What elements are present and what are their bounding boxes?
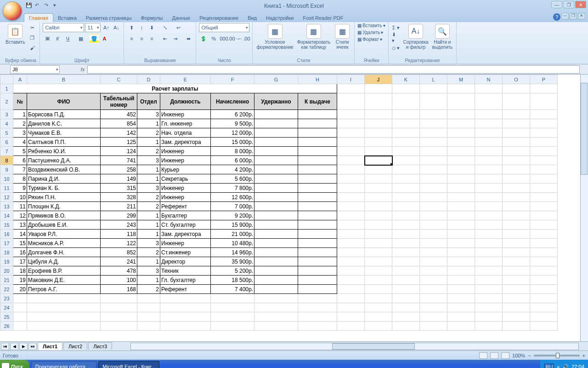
cell[interactable] [503, 147, 530, 156]
cell[interactable] [392, 119, 420, 128]
ribbon-tab[interactable]: Вид [243, 14, 261, 22]
cell[interactable] [475, 193, 503, 202]
sheet-nav-last[interactable]: ⏭ [28, 343, 37, 350]
cell[interactable] [160, 294, 211, 303]
insert-cells-button[interactable]: ▦ Вставить ▾ [357, 23, 385, 28]
tray-expand-icon[interactable]: « [557, 364, 560, 368]
cell[interactable]: 122 [101, 239, 137, 248]
cell[interactable] [503, 110, 530, 119]
increase-decimal-button[interactable]: .00→ [229, 34, 238, 43]
cell[interactable]: Чумаков Е.В. [27, 128, 101, 138]
cell[interactable] [27, 322, 101, 331]
italic-button[interactable]: К [53, 34, 62, 43]
mdi-minimize-button[interactable]: — [561, 13, 569, 19]
cell[interactable]: 6 200р. [211, 110, 254, 119]
cell[interactable] [475, 147, 503, 156]
cell[interactable] [420, 276, 447, 285]
cell[interactable]: 258 [101, 165, 137, 174]
cell[interactable] [254, 220, 298, 230]
row-header[interactable]: 12 [0, 193, 13, 202]
cell[interactable] [365, 202, 392, 211]
cell[interactable] [298, 147, 337, 156]
cell[interactable]: ФИО [27, 93, 101, 110]
cell[interactable]: Инженер [160, 239, 211, 248]
cell[interactable] [447, 276, 475, 285]
cell[interactable]: 125 [101, 138, 137, 147]
cell[interactable] [475, 322, 503, 331]
cell[interactable]: 15 900р. [211, 220, 254, 230]
cell[interactable] [392, 294, 420, 303]
wrap-text-button[interactable]: ↩ [174, 23, 183, 32]
cell[interactable] [447, 266, 475, 276]
cell[interactable]: Борисова П.Д. [27, 110, 101, 119]
row-header[interactable]: 4 [0, 119, 13, 128]
cell[interactable] [254, 248, 298, 257]
cell[interactable]: Зам. директора [160, 230, 211, 239]
cell[interactable]: Референт [160, 202, 211, 211]
cell[interactable] [337, 294, 365, 303]
row-header[interactable]: 13 [0, 202, 13, 211]
conditional-formatting-button[interactable]: ▦Условное форматирование [255, 23, 294, 51]
cell[interactable] [530, 257, 558, 266]
cell[interactable]: 1 [137, 211, 160, 220]
cell[interactable] [13, 294, 27, 303]
ribbon-tab[interactable]: Foxit Reader PDF [298, 14, 348, 22]
cell[interactable] [530, 322, 558, 331]
cell[interactable]: Начисленно [211, 93, 254, 110]
cell[interactable]: 852 [101, 248, 137, 257]
cell[interactable]: Удержанно [254, 93, 298, 110]
cell[interactable] [503, 202, 530, 211]
cell[interactable]: Расчет зарплаты [13, 84, 337, 93]
cell[interactable] [503, 84, 530, 93]
zoom-level[interactable]: 100% [512, 353, 525, 358]
cell[interactable]: 7 400р. [211, 285, 254, 294]
row-header[interactable]: 11 [0, 184, 13, 193]
cell[interactable] [27, 294, 101, 303]
cell[interactable] [392, 220, 420, 230]
cell[interactable]: 3 [137, 239, 160, 248]
cell[interactable] [420, 110, 447, 119]
cell[interactable] [475, 303, 503, 312]
cell[interactable]: 1 [137, 165, 160, 174]
cell[interactable] [475, 211, 503, 220]
column-header[interactable]: P [530, 75, 558, 84]
cell[interactable] [420, 220, 447, 230]
cell[interactable] [254, 110, 298, 119]
cell[interactable] [530, 174, 558, 184]
comma-button[interactable]: 000 [219, 34, 228, 43]
cell[interactable] [365, 220, 392, 230]
cell[interactable] [211, 303, 254, 312]
cell[interactable]: 3 [13, 128, 27, 138]
cell[interactable] [503, 119, 530, 128]
cell[interactable]: 12 [13, 211, 27, 220]
help-icon[interactable]: ? [553, 13, 560, 21]
ribbon-tab[interactable]: Главная [24, 13, 53, 22]
cell[interactable] [254, 193, 298, 202]
cell[interactable] [365, 211, 392, 220]
cell[interactable] [447, 322, 475, 331]
cell[interactable] [254, 285, 298, 294]
column-header[interactable]: G [254, 75, 298, 84]
sheet-tab[interactable]: Лист2 [63, 342, 87, 350]
font-color-button[interactable]: A [100, 34, 109, 43]
cell[interactable] [475, 312, 503, 322]
cell[interactable] [298, 230, 337, 239]
cell[interactable] [365, 276, 392, 285]
cell[interactable] [365, 248, 392, 257]
cell[interactable]: Маковкин Д.Е. [27, 276, 101, 285]
cell[interactable]: Петров А.Г. [27, 285, 101, 294]
cell[interactable] [475, 266, 503, 276]
cell[interactable]: 18 500р. [211, 276, 254, 285]
sort-filter-button[interactable]: A↓Сортировка и фильтр [402, 23, 430, 51]
cell[interactable]: 328 [101, 193, 137, 202]
cell[interactable] [503, 165, 530, 174]
cell[interactable] [254, 276, 298, 285]
cell[interactable] [337, 147, 365, 156]
cell[interactable] [420, 303, 447, 312]
cell[interactable]: 1 [137, 230, 160, 239]
cell[interactable]: Ерофеев В.Р. [27, 266, 101, 276]
cell[interactable] [475, 220, 503, 230]
cell[interactable]: 8 [13, 174, 27, 184]
format-cells-button[interactable]: ▦ Формат ▾ [357, 37, 382, 42]
cell[interactable] [365, 322, 392, 331]
